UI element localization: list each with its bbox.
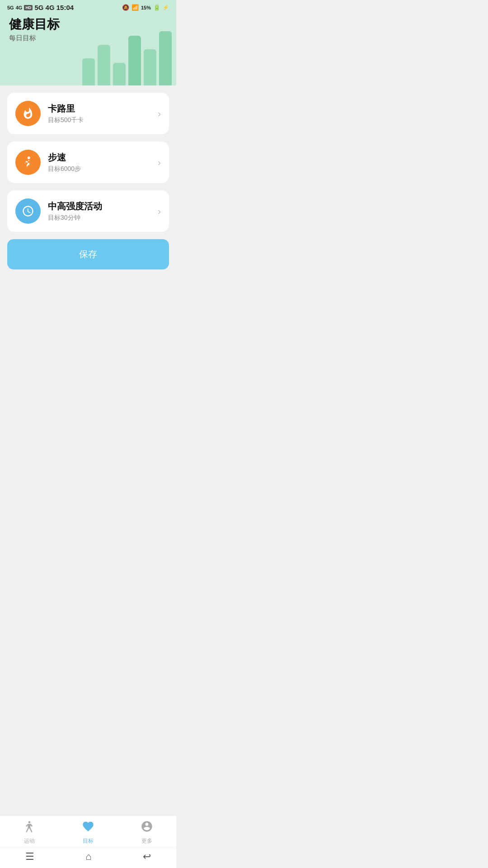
header: 健康目标 每日目标 bbox=[0, 13, 176, 85]
calories-icon-bg bbox=[15, 101, 41, 126]
activity-title: 中高强度活动 bbox=[48, 200, 158, 212]
svg-point-0 bbox=[28, 156, 30, 159]
running-icon bbox=[22, 156, 34, 169]
calories-arrow: › bbox=[158, 108, 161, 119]
activity-icon-bg bbox=[15, 198, 41, 224]
activity-subtitle: 目标30分钟 bbox=[48, 214, 158, 222]
main-content: 卡路里 目标500千卡 › 步速 目标6000步 › 中高强度活动 目标30分钟 bbox=[0, 85, 176, 277]
status-right: 🔕 📶 15% 🔋 ⚡ bbox=[122, 4, 169, 11]
battery-icon: 🔋 bbox=[153, 4, 160, 11]
signal-text: 5G bbox=[7, 5, 14, 10]
steps-icon-bg bbox=[15, 150, 41, 175]
signal-4g: 4G bbox=[16, 5, 23, 10]
battery-level: 15% bbox=[141, 5, 151, 10]
status-left: 5G 4G HD 5G 4G 15:04 bbox=[7, 4, 74, 11]
bar-1 bbox=[82, 58, 95, 85]
activity-card[interactable]: 中高强度活动 目标30分钟 › bbox=[7, 190, 169, 232]
calories-card[interactable]: 卡路里 目标500千卡 › bbox=[7, 93, 169, 134]
time: 5G 4G 15:04 bbox=[34, 4, 74, 11]
steps-subtitle: 目标6000步 bbox=[48, 165, 158, 173]
calories-title: 卡路里 bbox=[48, 103, 158, 115]
bar-2 bbox=[98, 45, 110, 85]
charging-icon: ⚡ bbox=[163, 5, 169, 10]
bell-mute-icon: 🔕 bbox=[122, 4, 129, 11]
hd-badge: HD bbox=[24, 5, 33, 10]
bar-5 bbox=[144, 49, 156, 85]
page-title: 健康目标 bbox=[9, 17, 167, 32]
save-button[interactable]: 保存 bbox=[7, 239, 169, 269]
steps-text: 步速 目标6000步 bbox=[48, 151, 158, 173]
steps-arrow: › bbox=[158, 157, 161, 168]
bar-4 bbox=[128, 36, 141, 85]
activity-arrow: › bbox=[158, 206, 161, 217]
calories-subtitle: 目标500千卡 bbox=[48, 116, 158, 124]
clock-icon bbox=[22, 205, 34, 217]
calories-text: 卡路里 目标500千卡 bbox=[48, 103, 158, 124]
bar-6 bbox=[159, 31, 172, 85]
status-bar: 5G 4G HD 5G 4G 15:04 🔕 📶 15% 🔋 ⚡ bbox=[0, 0, 176, 13]
header-decoration bbox=[82, 31, 176, 85]
wifi-icon: 📶 bbox=[131, 4, 139, 11]
bar-3 bbox=[113, 63, 126, 85]
steps-title: 步速 bbox=[48, 151, 158, 164]
flame-icon bbox=[22, 107, 34, 120]
activity-text: 中高强度活动 目标30分钟 bbox=[48, 200, 158, 222]
steps-card[interactable]: 步速 目标6000步 › bbox=[7, 142, 169, 183]
